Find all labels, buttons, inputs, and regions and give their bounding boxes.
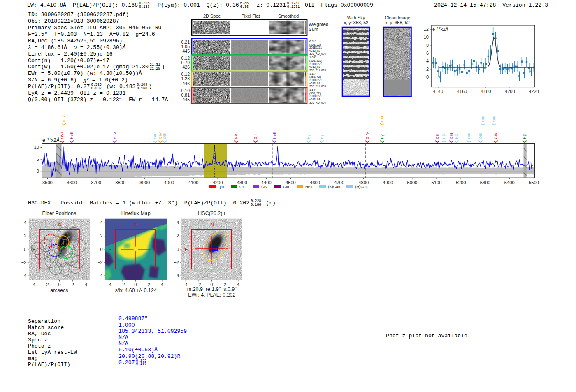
svg-text:446: 446 — [182, 81, 190, 86]
svg-text:HSC(26.2) r: HSC(26.2) r — [198, 211, 225, 216]
svg-text:Lineflux Map: Lineflux Map — [121, 211, 151, 216]
svg-text:−4: −4 — [21, 273, 27, 278]
svg-text:(K)CaII: (K)CaII — [328, 184, 340, 189]
svg-text:Hγ: Hγ — [380, 134, 384, 139]
svg-text:5400: 5400 — [504, 180, 515, 185]
svg-text:2: 2 — [100, 233, 102, 238]
svg-text:10: 10 — [424, 35, 429, 39]
svg-text:1.09": 1.09" — [309, 56, 316, 59]
svg-text:Pixel Flat: Pixel Flat — [241, 14, 260, 19]
svg-text:2: 2 — [24, 233, 26, 238]
svg-text:0: 0 — [100, 247, 102, 252]
svg-text:10: 10 — [34, 145, 39, 150]
svg-text:5000: 5000 — [407, 180, 417, 185]
svg-text:x, y: 358, 52: x, y: 358, 52 — [344, 20, 369, 25]
svg-text:4: 4 — [177, 220, 179, 225]
svg-text:20180221: 20180221 — [309, 79, 322, 81]
svg-text:HeII: HeII — [69, 132, 74, 139]
svg-text:E: E — [185, 247, 188, 252]
svg-text:0.51": 0.51" — [309, 40, 316, 43]
svg-text:CII: CII — [435, 134, 439, 139]
svg-text:OII: OII — [239, 184, 245, 189]
svg-text:−4: −4 — [106, 282, 111, 287]
svg-text:2D Spec: 2D Spec — [203, 14, 221, 19]
svg-text:SiIV: SiIV — [112, 132, 117, 139]
svg-text:Weighted: Weighted — [309, 22, 328, 27]
svg-text:0: 0 — [37, 169, 39, 174]
svg-text:−4: −4 — [30, 282, 36, 287]
svg-text:EWr: 4, PLAE: 0.202: EWr: 4, PLAE: 0.202 — [188, 292, 235, 298]
svg-text:OIII: OIII — [467, 133, 471, 139]
svg-text:SiIV: SiIV — [61, 115, 66, 122]
svg-text:With Sky: With Sky — [347, 15, 365, 20]
svg-text:OVI: OVI — [60, 132, 64, 139]
svg-text:5300: 5300 — [480, 180, 490, 185]
svg-text:8: 8 — [426, 43, 429, 48]
svg-text:20180221: 20180221 — [309, 95, 322, 97]
svg-text:SiIV: SiIV — [365, 132, 369, 139]
svg-text:4: 4 — [237, 282, 239, 287]
svg-text:−2: −2 — [196, 282, 201, 287]
svg-text:−2: −2 — [44, 282, 49, 287]
svg-text:3500: 3500 — [42, 180, 53, 185]
svg-text:6: 6 — [426, 51, 429, 56]
svg-text:5500: 5500 — [529, 180, 539, 185]
svg-text:2: 2 — [72, 282, 74, 287]
svg-text:4: 4 — [426, 58, 429, 63]
svg-text:−4: −4 — [174, 273, 179, 278]
svg-text:3600: 3600 — [67, 180, 77, 185]
svg-text:4000: 4000 — [164, 180, 174, 185]
svg-text:3800: 3800 — [115, 180, 125, 185]
svg-text:SiII: SiII — [253, 133, 258, 139]
svg-text:Hβ: Hβ — [454, 134, 459, 139]
svg-text:CIII: CIII — [449, 133, 453, 139]
svg-text:HeII: HeII — [305, 184, 312, 189]
svg-text:Smoothed: Smoothed — [278, 14, 299, 19]
svg-text:e−17x2Å: e−17x2Å — [432, 26, 448, 32]
svg-text:Fiber Positions: Fiber Positions — [42, 211, 77, 216]
svg-text:E: E — [109, 247, 112, 252]
svg-text:s/b: 4.60 +/- 0.124: s/b: 4.60 +/- 0.124 — [115, 288, 157, 293]
svg-text:OIII: OIII — [492, 116, 496, 122]
svg-text:1.54": 1.54" — [309, 88, 316, 91]
svg-text:OIII: OIII — [162, 133, 167, 139]
svg-text:e−17x2Å: e−17x2Å — [42, 137, 60, 143]
svg-text:4220: 4220 — [529, 89, 539, 94]
svg-text:445: 445 — [182, 97, 190, 102]
svg-text:305_RU_003: 305_RU_003 — [309, 85, 326, 88]
svg-text:CIII: CIII — [283, 184, 289, 189]
svg-text:Lyα: Lyα — [218, 184, 224, 189]
svg-text:3700: 3700 — [91, 180, 101, 185]
svg-text:−2: −2 — [21, 260, 27, 265]
svg-text:4160: 4160 — [457, 89, 467, 94]
svg-text:1.11": 1.11" — [309, 72, 316, 75]
svg-text:−2: −2 — [120, 282, 125, 287]
svg-text:2: 2 — [426, 67, 429, 72]
svg-text:4100: 4100 — [188, 180, 199, 185]
svg-text:CIV: CIV — [493, 132, 498, 139]
svg-text:3900: 3900 — [139, 180, 150, 185]
svg-text:HeII: HeII — [272, 132, 276, 139]
svg-text:Hβ: Hβ — [522, 134, 527, 139]
svg-text:0: 0 — [177, 247, 179, 252]
svg-text:N: N — [134, 222, 137, 227]
svg-text:5100: 5100 — [432, 180, 442, 185]
svg-text:OIII: OIII — [481, 116, 485, 122]
svg-text:Hβ: Hβ — [441, 134, 446, 139]
svg-text:−4: −4 — [98, 273, 103, 278]
svg-text:4: 4 — [100, 220, 102, 225]
svg-text:E: E — [32, 247, 35, 252]
svg-text:OIII: OIII — [478, 133, 483, 139]
svg-text:4200: 4200 — [505, 89, 515, 94]
svg-text:0: 0 — [210, 282, 213, 287]
svg-text:20180221: 20180221 — [309, 46, 322, 49]
svg-text:0: 0 — [426, 74, 429, 79]
svg-text:2: 2 — [177, 233, 179, 238]
svg-text:Hγ: Hγ — [319, 134, 324, 139]
svg-text:305_RU_023: 305_RU_023 — [309, 69, 326, 72]
svg-text:x, y: 358, 52: x, y: 358, 52 — [385, 20, 410, 25]
svg-text:−4: −4 — [182, 282, 188, 287]
svg-text:arcsecs: arcsecs — [50, 288, 68, 293]
svg-text:N: N — [210, 222, 214, 227]
svg-text:5: 5 — [37, 157, 39, 162]
